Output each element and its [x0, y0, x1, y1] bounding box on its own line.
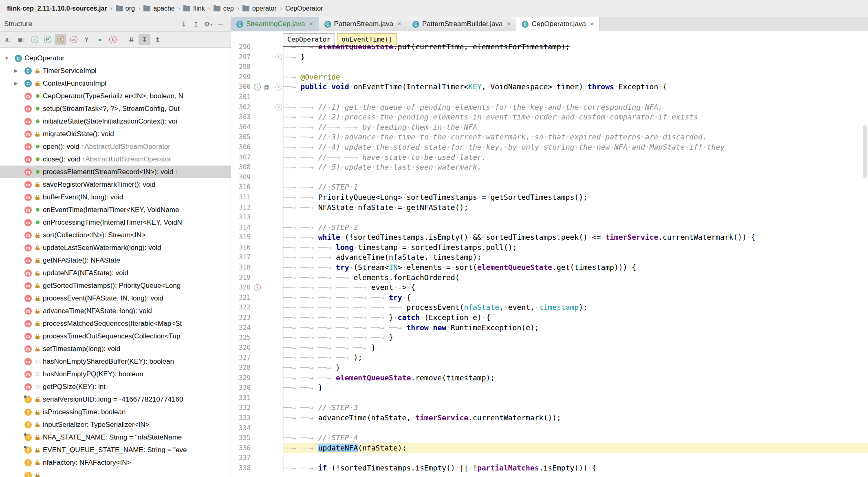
- structure-tree-item[interactable]: msetTimestamp(long): void: [0, 342, 231, 355]
- code-line[interactable]: 321──→ ──→ ──→ ──→ ──→ ──→ try·{: [231, 293, 868, 303]
- line-number[interactable]: 333: [231, 413, 253, 423]
- structure-tree-item[interactable]: fEVENT_QUEUE_STATE_NAME: String = "eve: [0, 444, 231, 456]
- code-line[interactable]: 323──→ ──→ ──→ ──→ ──→ ──→ }·catch·(Exce…: [231, 313, 868, 323]
- code-line[interactable]: 325──→ ──→ ──→ ──→ ──→ ──→ }: [231, 333, 868, 343]
- line-number[interactable]: 318: [231, 263, 253, 273]
- breadcrumb-item[interactable]: operator: [240, 4, 279, 13]
- line-number[interactable]: 300: [231, 82, 253, 92]
- line-number[interactable]: 297: [231, 52, 253, 62]
- line-number[interactable]: 326: [231, 343, 253, 353]
- line-number[interactable]: 334: [231, 423, 253, 433]
- code-line[interactable]: 302∨──→ ──→ //·1)·get·the·queue·of·pendi…: [231, 102, 868, 113]
- line-number[interactable]: 330: [231, 383, 253, 393]
- settings-gear-icon[interactable]: ⚙▾: [202, 19, 214, 29]
- sort-by-visibility-icon[interactable]: ◉↕: [15, 34, 27, 45]
- line-number[interactable]: 310: [231, 182, 253, 192]
- code-line[interactable]: 317──→ ──→ ──→ advanceTime(nfaState,·tim…: [231, 252, 868, 263]
- structure-tree-item[interactable]: mupdateLastSeenWatermark(long): void: [0, 241, 231, 254]
- line-number[interactable]: 332: [231, 403, 253, 413]
- structure-tree-item[interactable]: mupdateNFA(NFAState): void: [0, 267, 231, 279]
- fold-marker-icon[interactable]: ∧: [275, 54, 282, 60]
- structure-tree-item[interactable]: msort(Collection<IN>): Stream<IN>: [0, 229, 231, 241]
- code-line[interactable]: 316──→ ──→ ──→ long·timestamp·=·sortedTi…: [231, 243, 868, 253]
- fold-marker-icon[interactable]: ∨: [275, 104, 282, 110]
- breadcrumb-method[interactable]: onEventTime(): [337, 33, 397, 45]
- structure-tree-item[interactable]: mprocessEvent(NFAState, IN, long): void: [0, 292, 231, 305]
- line-number[interactable]: 317: [231, 252, 253, 263]
- line-number[interactable]: 316: [231, 243, 253, 253]
- structure-tree-item[interactable]: finputSerializer: TypeSerializer<IN>: [0, 418, 231, 431]
- code-line[interactable]: 334: [231, 423, 868, 433]
- code-line[interactable]: 328──→ ──→ ──→ }: [231, 363, 868, 373]
- line-number[interactable]: 321: [231, 293, 253, 303]
- structure-tree-item[interactable]: madvanceTime(NFAState, long): void: [0, 305, 231, 317]
- structure-tree-item[interactable]: msetup(StreamTask<?, ?>, StreamConfig, O…: [0, 102, 231, 115]
- line-number[interactable]: 336: [231, 443, 253, 453]
- code-line[interactable]: 326──→ ──→ ──→ ──→ ──→ }: [231, 343, 868, 353]
- line-number[interactable]: 320: [231, 283, 253, 293]
- code-line[interactable]: 307──→ ──→ //──→ ──→ have·state·to·be·us…: [231, 152, 868, 163]
- sort-alphabetically-icon[interactable]: a↕: [2, 34, 14, 45]
- structure-tree-item[interactable]: ▶CTimerServiceImpl: [0, 64, 231, 77]
- code-line[interactable]: 306──→ ──→ //·4)·update·the·stored·state…: [231, 142, 868, 152]
- line-number[interactable]: 313: [231, 212, 253, 223]
- code-line[interactable]: 310──→ ──→ //·STEP·1: [231, 182, 868, 192]
- structure-tree-item[interactable]: mgetNFAState(): NFAState: [0, 254, 231, 267]
- code-line[interactable]: 309: [231, 172, 868, 183]
- chevron-right-icon[interactable]: ▶: [14, 68, 24, 73]
- close-tab-icon[interactable]: ×: [309, 20, 313, 28]
- line-number[interactable]: 322: [231, 303, 253, 313]
- line-number[interactable]: 329: [231, 373, 253, 383]
- chevron-right-icon[interactable]: ▶: [14, 81, 24, 86]
- chevron-down-icon[interactable]: ▼: [4, 56, 15, 61]
- code-line[interactable]: 329──→ ──→ ──→ elementQueueState.remove(…: [231, 373, 868, 383]
- collapse-all-icon[interactable]: ↥: [190, 19, 202, 29]
- line-number[interactable]: 323: [231, 313, 253, 323]
- line-number[interactable]: 337: [231, 453, 253, 463]
- structure-tree-item[interactable]: mopen(): void ↑AbstractUdfStreamOperator: [0, 140, 231, 153]
- line-number[interactable]: 312: [231, 203, 253, 213]
- code-line[interactable]: 312──→ ──→ NFAState·nfaState·=·getNFASta…: [231, 203, 868, 213]
- editor-tab[interactable]: CPatternStreamBuilder.java×: [407, 17, 516, 31]
- code-line[interactable]: 313: [231, 212, 868, 223]
- code-line[interactable]: 308──→ ──→ //·5)·update·the·last·seen·wa…: [231, 162, 868, 172]
- line-number[interactable]: 306: [231, 142, 253, 152]
- code-line[interactable]: 299──→ @Override: [231, 72, 868, 82]
- code-line[interactable]: 320↑──→ ──→ ──→ ──→ ──→ event·->·{: [231, 283, 868, 293]
- lambda-overridden-icon[interactable]: ↑: [254, 284, 261, 291]
- show-fields-icon[interactable]: f: [55, 34, 66, 45]
- code-line[interactable]: 305──→ ──→ //·3)·advance·the·time·to·the…: [231, 132, 868, 142]
- autoscroll-from-source-icon[interactable]: ↧: [139, 34, 150, 45]
- line-number[interactable]: 327: [231, 353, 253, 363]
- code-line[interactable]: 322──→ ──→ ──→ ──→ ──→ ──→ ──→ processEv…: [231, 303, 868, 313]
- line-number[interactable]: 331: [231, 393, 253, 403]
- code-line[interactable]: 331: [231, 393, 868, 403]
- line-number[interactable]: 324: [231, 323, 253, 333]
- code-line[interactable]: 336──→ ──→ updateNFA(nfaState);: [231, 443, 868, 453]
- structure-tree-item[interactable]: mprocessTimedOutSequences(Collection<Tup: [0, 330, 231, 342]
- code-line[interactable]: 297∧──→ }: [231, 52, 868, 62]
- autoscroll-to-source-icon[interactable]: ↥: [152, 34, 163, 45]
- line-number[interactable]: 303: [231, 112, 253, 122]
- code-line[interactable]: 304──→ ──→ //──→ ──→ by·feeding·them·in·…: [231, 122, 868, 132]
- structure-tree-item[interactable]: mbufferEvent(IN, long): void: [0, 191, 231, 203]
- code-line[interactable]: 314──→ ──→ //·STEP·2: [231, 223, 868, 233]
- line-number[interactable]: 298: [231, 62, 253, 72]
- line-number[interactable]: 301: [231, 92, 253, 102]
- hide-panel-icon[interactable]: ─: [214, 19, 227, 29]
- breadcrumb-item[interactable]: cep: [211, 4, 236, 13]
- code-line[interactable]: 338──→ ──→ if·(!sortedTimestamps.isEmpty…: [231, 463, 868, 473]
- line-number[interactable]: 299: [231, 72, 253, 82]
- code-line[interactable]: 315──→ ──→ while·(!sortedTimestamps.isEm…: [231, 232, 868, 243]
- line-number[interactable]: 315: [231, 232, 253, 243]
- code-line[interactable]: 298: [231, 62, 868, 72]
- structure-tree-item[interactable]: msaveRegisterWatermarkTimer(): void: [0, 178, 231, 191]
- breadcrumb-item[interactable]: org: [114, 4, 137, 13]
- line-number[interactable]: 307: [231, 152, 253, 163]
- code-line[interactable]: 318──→ ──→ ──→ try·(Stream<IN>·elements·…: [231, 263, 868, 273]
- structure-tree-item[interactable]: mCepOperator(TypeSerializ er<IN>, boolea…: [0, 90, 231, 102]
- code-line[interactable]: 300↑@∨──→ public·void·onEventTime(Intern…: [231, 82, 868, 92]
- breadcrumb-class[interactable]: CepOperator: [283, 33, 335, 45]
- line-number[interactable]: 302: [231, 102, 253, 113]
- code-line[interactable]: 301: [231, 92, 868, 102]
